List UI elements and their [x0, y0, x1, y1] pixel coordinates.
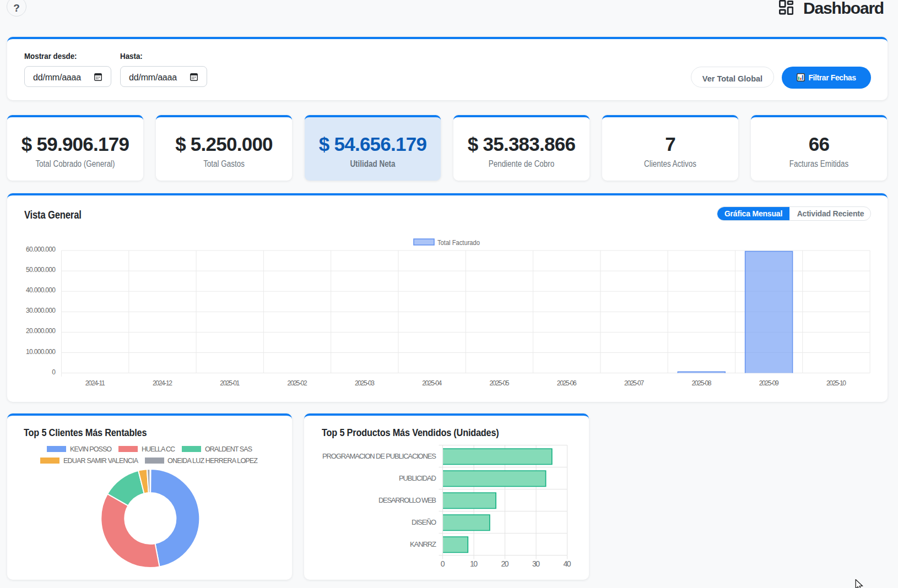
svg-text:2025-07: 2025-07 [624, 379, 644, 387]
svg-text:2025-09: 2025-09 [759, 379, 779, 387]
svg-text:PUBLICIDAD: PUBLICIDAD [399, 474, 436, 482]
svg-text:2025-10: 2025-10 [826, 379, 846, 387]
svg-text:2024-12: 2024-12 [153, 379, 172, 387]
svg-text:0: 0 [52, 368, 56, 376]
svg-text:2025-06: 2025-06 [557, 379, 577, 387]
svg-text:2025-01: 2025-01 [220, 379, 240, 387]
svg-text:HUELLA CC: HUELLA CC [142, 445, 175, 453]
svg-text:2025-05: 2025-05 [490, 379, 510, 387]
svg-text:10.000.000: 10.000.000 [26, 348, 56, 356]
svg-text:60.000.000: 60.000.000 [26, 246, 56, 253]
svg-text:EDUAR SAMIR VALENCIA: EDUAR SAMIR VALENCIA [63, 457, 139, 465]
svg-text:2025-04: 2025-04 [422, 379, 442, 387]
svg-text:40: 40 [564, 559, 571, 568]
svg-text:KEVIN POSSO: KEVIN POSSO [70, 445, 112, 453]
svg-text:0: 0 [441, 559, 445, 568]
svg-text:ORALDENT SAS: ORALDENT SAS [205, 445, 252, 453]
svg-text:20: 20 [501, 559, 509, 568]
svg-text:2024-11: 2024-11 [85, 379, 105, 387]
svg-text:10: 10 [470, 559, 478, 568]
svg-text:2025-08: 2025-08 [691, 379, 711, 387]
svg-text:KANRRZ: KANRRZ [410, 540, 436, 548]
svg-text:40.000.000: 40.000.000 [26, 286, 56, 294]
svg-text:2025-03: 2025-03 [355, 379, 375, 387]
svg-text:ONEIDA LUZ HERRERA LOPEZ: ONEIDA LUZ HERRERA LOPEZ [167, 457, 258, 465]
svg-text:50.000.000: 50.000.000 [26, 266, 56, 274]
svg-text:30: 30 [532, 559, 540, 568]
svg-text:2025-02: 2025-02 [288, 379, 307, 387]
svg-text:20.000.000: 20.000.000 [26, 327, 56, 335]
svg-text:DESARROLLO WEB: DESARROLLO WEB [378, 496, 436, 504]
svg-text:30.000.000: 30.000.000 [26, 307, 56, 314]
svg-text:PROGRAMACION DE PUBLICACIONES: PROGRAMACION DE PUBLICACIONES [322, 452, 436, 460]
svg-text:DISEÑO: DISEÑO [412, 518, 436, 526]
svg-text:Total Facturado: Total Facturado [437, 239, 480, 247]
